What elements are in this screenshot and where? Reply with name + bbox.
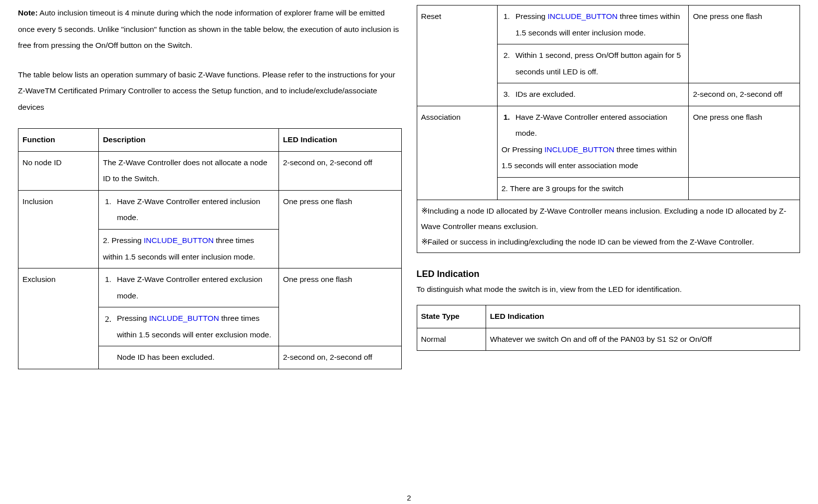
or-line: Or Pressing INCLUDE_BUTTON three times w… bbox=[502, 142, 685, 174]
footnote-2: ※Failed or success in including/excludin… bbox=[421, 234, 796, 250]
led-intro: To distinguish what mode the switch is i… bbox=[417, 281, 801, 298]
list-body: Have Z-Wave Controller entered exclusion… bbox=[117, 271, 274, 304]
text: Node ID has been excluded. bbox=[103, 349, 274, 366]
left-column: Note: Auto inclusion timeout is 4 minute… bbox=[18, 5, 402, 373]
cell-function: Association bbox=[417, 106, 497, 200]
cell-description: 3. IDs are excluded. bbox=[497, 83, 689, 106]
cell-description: 1. Have Z-Wave Controller entered exclus… bbox=[99, 268, 279, 307]
cell-description: 2. Pressing INCLUDE_BUTTON three times w… bbox=[99, 307, 279, 346]
page-number: 2 bbox=[407, 494, 411, 502]
cell-led: 2-second on, 2-second off bbox=[689, 83, 800, 106]
cell-description: Node ID has been excluded. bbox=[99, 346, 279, 369]
table-row: Exclusion 1. Have Z-Wave Controller ente… bbox=[18, 268, 402, 307]
functions-table-cont: Reset 1. Pressing INCLUDE_BUTTON three t… bbox=[417, 5, 801, 253]
cell-function: Reset bbox=[417, 5, 497, 106]
cell-function: Exclusion bbox=[18, 268, 99, 369]
table-row: Reset 1. Pressing INCLUDE_BUTTON three t… bbox=[417, 5, 800, 44]
cell-description: 1. Have Z-Wave Controller entered associ… bbox=[497, 106, 689, 177]
text-pre: Or Pressing bbox=[502, 145, 545, 154]
list-body: Pressing INCLUDE_BUTTON three times with… bbox=[516, 8, 685, 41]
list-body: Have Z-Wave Controller entered inclusion… bbox=[117, 194, 274, 226]
cell-led: One press one flash bbox=[689, 106, 800, 177]
cell-led: One press one flash bbox=[689, 5, 800, 83]
cell-description: 2. Within 1 second, press On/Off button … bbox=[497, 44, 689, 83]
list-number: 1. bbox=[502, 8, 516, 41]
list-number: 3. bbox=[502, 86, 516, 103]
header-led-indication: LED Indication bbox=[486, 305, 800, 328]
list-number: 1. bbox=[103, 194, 117, 226]
header-state-type: State Type bbox=[417, 305, 486, 328]
header-function: Function bbox=[18, 129, 99, 152]
list-body: Pressing INCLUDE_BUTTON three times with… bbox=[117, 310, 274, 343]
list-number: 1. bbox=[103, 271, 117, 304]
header-description: Description bbox=[99, 129, 279, 152]
cell-led: One press one flash bbox=[278, 268, 401, 346]
note-label: Note: bbox=[18, 8, 38, 17]
cell-state: Normal bbox=[417, 328, 486, 351]
include-button-link[interactable]: INCLUDE_BUTTON bbox=[545, 145, 614, 154]
table-header-row: State Type LED Indication bbox=[417, 305, 800, 328]
cell-description: 1. Pressing INCLUDE_BUTTON three times w… bbox=[497, 5, 689, 44]
table-header-row: Function Description LED Indication bbox=[18, 129, 402, 152]
right-column: Reset 1. Pressing INCLUDE_BUTTON three t… bbox=[417, 5, 801, 373]
cell-function: Inclusion bbox=[18, 190, 99, 268]
text-pre: 2. Pressing bbox=[103, 236, 144, 245]
list-body: Have Z-Wave Controller entered associati… bbox=[516, 109, 685, 142]
cell-description: 1. Have Z-Wave Controller entered inclus… bbox=[99, 190, 279, 229]
cell-description: 2. There are 3 groups for the switch bbox=[497, 177, 689, 200]
table-row: Normal Whatever we switch On and off of … bbox=[417, 328, 800, 351]
cell-function: No node ID bbox=[18, 151, 99, 190]
include-button-link[interactable]: INCLUDE_BUTTON bbox=[144, 236, 214, 245]
cell-led bbox=[689, 177, 800, 200]
list-number: 2. bbox=[103, 310, 117, 343]
table-row: Inclusion 1. Have Z-Wave Controller ente… bbox=[18, 190, 402, 229]
cell-led: Whatever we switch On and off of the PAN… bbox=[486, 328, 800, 351]
include-button-link[interactable]: INCLUDE_BUTTON bbox=[149, 314, 219, 322]
note-paragraph: Note: Auto inclusion timeout is 4 minute… bbox=[18, 5, 402, 54]
led-indication-heading: LED Indication bbox=[417, 269, 801, 279]
cell-description: The Z-Wave Controller does not allocate … bbox=[99, 151, 279, 190]
list-number: 1. bbox=[502, 109, 516, 142]
cell-led: 2-second on, 2-second off bbox=[278, 346, 401, 369]
footnote-row: ※Including a node ID allocated by Z-Wave… bbox=[417, 200, 800, 253]
include-button-link[interactable]: INCLUDE_BUTTON bbox=[547, 12, 617, 20]
cell-description: 2. Pressing INCLUDE_BUTTON three times w… bbox=[99, 230, 279, 268]
led-table: State Type LED Indication Normal Whateve… bbox=[417, 305, 801, 351]
note-body: Auto inclusion timeout is 4 minute durin… bbox=[18, 8, 399, 49]
intro-paragraph: The table below lists an operation summa… bbox=[18, 67, 402, 116]
functions-table: Function Description LED Indication No n… bbox=[18, 128, 402, 369]
list-body: Within 1 second, press On/Off button aga… bbox=[516, 47, 685, 80]
cell-led: 2-second on, 2-second off bbox=[278, 151, 401, 190]
table-row: No node ID The Z-Wave Controller does no… bbox=[18, 151, 402, 190]
footnote-1: ※Including a node ID allocated by Z-Wave… bbox=[421, 203, 796, 234]
text-pre: Pressing bbox=[117, 314, 149, 322]
header-led: LED Indication bbox=[278, 129, 401, 152]
list-number: 2. bbox=[502, 47, 516, 80]
cell-led: One press one flash bbox=[278, 190, 401, 268]
footnote-cell: ※Including a node ID allocated by Z-Wave… bbox=[417, 200, 800, 253]
list-body: IDs are excluded. bbox=[516, 86, 685, 103]
table-row: Association 1. Have Z-Wave Controller en… bbox=[417, 106, 800, 177]
text-pre: Pressing bbox=[516, 12, 548, 20]
